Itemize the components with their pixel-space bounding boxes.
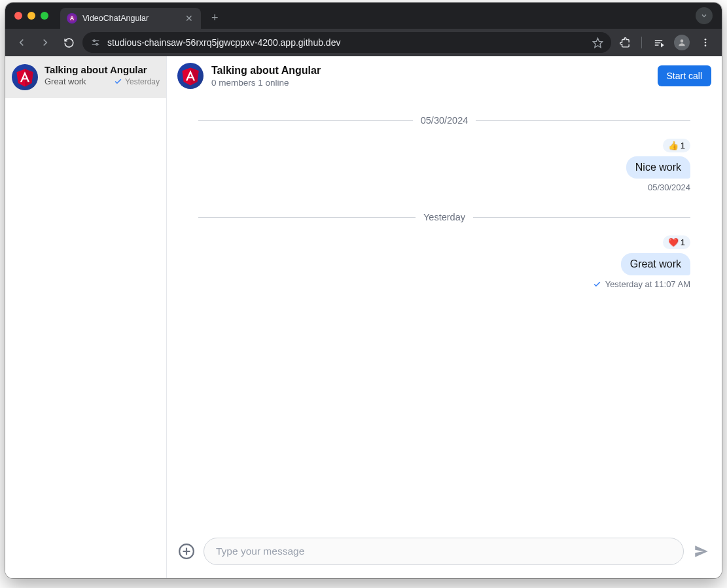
message-timestamp: 05/30/2024 (648, 182, 690, 192)
maximize-window-button[interactable] (41, 12, 48, 20)
message-reaction[interactable]: 👍 1 (663, 139, 690, 152)
tab-title: VideoChatAngular (82, 14, 179, 23)
svg-point-11 (705, 42, 707, 44)
channel-timestamp: Yesterday (125, 77, 160, 86)
app-viewport: Talking about Angular Great work Yesterd… (5, 56, 722, 578)
svg-point-12 (705, 44, 707, 46)
message-list[interactable]: 05/30/2024 👍 1 Nice work 05/30/2024 (167, 95, 722, 531)
channel-list-sidebar: Talking about Angular Great work Yesterd… (5, 56, 167, 578)
close-window-button[interactable] (14, 12, 22, 20)
browser-toolbar: studious-chainsaw-56rxrq5jgwcppxv-4200.a… (5, 29, 722, 56)
message-bubble[interactable]: Great work (621, 253, 690, 275)
message-meta: 05/30/2024 (648, 182, 690, 192)
extensions-button[interactable] (615, 33, 635, 52)
profile-avatar-icon (674, 35, 690, 50)
tab-favicon: A (67, 13, 77, 24)
svg-point-2 (94, 40, 96, 42)
toolbar-divider (641, 37, 642, 48)
message-input[interactable] (204, 538, 684, 565)
tab-close-button[interactable]: ✕ (184, 13, 194, 24)
svg-marker-4 (593, 38, 602, 47)
message-reaction[interactable]: ❤️ 1 (663, 235, 690, 249)
message-text: Great work (630, 258, 681, 269)
attachment-button[interactable] (177, 542, 196, 561)
message-timestamp: Yesterday at 11:07 AM (605, 279, 690, 289)
chat-header: Talking about Angular 0 members 1 online… (167, 56, 722, 95)
channel-meta: Yesterday (114, 77, 160, 86)
url-text: studious-chainsaw-56rxrq5jgwcppxv-4200.a… (107, 37, 586, 48)
channel-item[interactable]: Talking about Angular Great work Yesterd… (5, 56, 166, 98)
separator-label: Yesterday (423, 212, 465, 222)
reload-button[interactable] (59, 33, 79, 52)
svg-point-9 (681, 39, 684, 43)
bookmark-star-icon[interactable] (592, 37, 603, 48)
chat-subtitle: 0 members 1 online (211, 78, 321, 88)
channel-name: Talking about Angular (44, 64, 160, 75)
reaction-emoji: ❤️ (668, 237, 679, 247)
address-bar[interactable]: studious-chainsaw-56rxrq5jgwcppxv-4200.a… (82, 32, 611, 53)
send-button[interactable] (692, 542, 711, 561)
browser-tab[interactable]: A VideoChatAngular ✕ (60, 8, 201, 29)
start-call-button[interactable]: Start call (658, 65, 711, 86)
reaction-count: 1 (681, 237, 685, 247)
media-control-button[interactable] (648, 33, 668, 52)
minimize-window-button[interactable] (27, 12, 35, 20)
channel-item-text: Talking about Angular Great work Yesterd… (44, 64, 160, 86)
chat-title: Talking about Angular (211, 65, 321, 77)
date-separator: 05/30/2024 (198, 115, 690, 126)
window-controls (14, 12, 48, 20)
svg-marker-8 (661, 43, 663, 46)
separator-line (473, 217, 690, 218)
svg-point-10 (705, 39, 707, 41)
message-meta: Yesterday at 11:07 AM (593, 279, 690, 289)
profile-button[interactable] (672, 33, 692, 52)
channel-avatar (12, 64, 38, 90)
browser-window: A VideoChatAngular ✕ + studious-chainsaw… (5, 3, 722, 578)
channel-last-message: Great work (44, 77, 86, 86)
new-tab-button[interactable]: + (211, 11, 219, 25)
tabs-dropdown-button[interactable] (696, 7, 713, 24)
separator-line (198, 217, 416, 218)
read-check-icon (593, 280, 601, 288)
separator-label: 05/30/2024 (421, 115, 469, 126)
chat-header-text: Talking about Angular 0 members 1 online (211, 65, 321, 88)
reaction-emoji: 👍 (668, 141, 679, 150)
forward-button[interactable] (35, 33, 55, 52)
reaction-count: 1 (681, 141, 685, 150)
message-group: ❤️ 1 Great work Yesterday at 11:07 AM (198, 235, 690, 289)
titlebar: A VideoChatAngular ✕ + (5, 3, 722, 29)
message-bubble[interactable]: Nice work (626, 156, 690, 179)
chat-header-avatar (177, 63, 204, 89)
back-button[interactable] (12, 33, 31, 52)
read-check-icon (114, 77, 122, 86)
message-composer (167, 531, 722, 578)
separator-line (476, 120, 690, 121)
site-settings-icon[interactable] (90, 37, 101, 48)
chat-main: Talking about Angular 0 members 1 online… (167, 56, 722, 578)
menu-button[interactable] (696, 33, 715, 52)
message-text: Nice work (635, 162, 681, 173)
svg-point-3 (96, 43, 98, 45)
separator-line (198, 120, 413, 121)
date-separator: Yesterday (198, 212, 690, 222)
message-group: 👍 1 Nice work 05/30/2024 (198, 139, 690, 192)
